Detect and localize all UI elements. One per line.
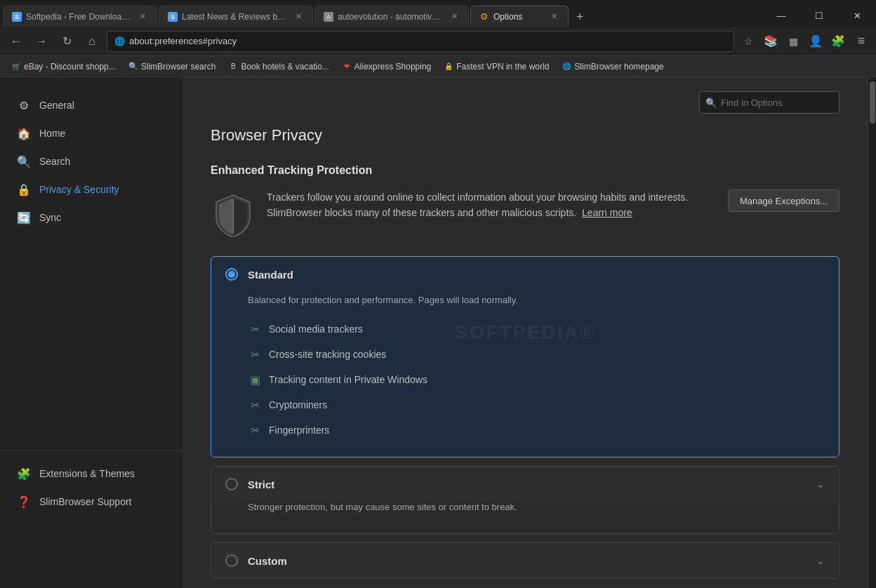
sidebar-item-privacy[interactable]: 🔒 Privacy & Security — [0, 175, 182, 203]
bookmark-favicon-ebay: 🛒 — [11, 62, 21, 72]
tracker-icon-social: ✂ — [248, 322, 262, 336]
scrollbar[interactable] — [868, 77, 876, 588]
content-area: ⚙ General 🏠 Home 🔍 Search 🔒 Privacy & Se… — [0, 77, 876, 588]
strict-desc: Stronger protection, but may cause some … — [248, 502, 825, 512]
bookmark-favicon-aliexpress: ❤ — [342, 62, 352, 72]
etp-description-text: Trackers follow you around online to col… — [267, 189, 703, 221]
tracker-cross-site: ✂ Cross-site tracking cookies — [248, 342, 825, 367]
radio-strict[interactable] — [225, 478, 238, 490]
protection-option-strict: Strict ⌄ Stronger protection, but may ca… — [211, 466, 839, 534]
sidebar-toggle-button[interactable]: ▦ — [783, 32, 803, 51]
profile-button[interactable]: 👤 — [806, 32, 825, 51]
bookmark-label-search: SlimBrowser search — [141, 62, 216, 72]
menu-button[interactable]: ≡ — [851, 32, 870, 51]
tab-softpedia[interactable]: S Softpedia - Free Downloads En... ✕ — [3, 6, 157, 27]
sidebar-item-search[interactable]: 🔍 Search — [0, 147, 182, 175]
tab-close-options[interactable]: ✕ — [548, 11, 559, 22]
tracker-fingerprinters: ✂ Fingerprinters — [248, 417, 825, 443]
tracker-icon-private: ▣ — [248, 373, 262, 387]
tab-close-softpedia[interactable]: ✕ — [137, 11, 148, 22]
protection-option-standard: Standard Balanced for protection and per… — [211, 256, 839, 457]
address-bar[interactable]: 🌐 about:preferences#privacy — [107, 31, 734, 52]
bookmark-ebay[interactable]: 🛒 eBay - Discount shopp... — [6, 58, 121, 75]
bookmark-favicon-search: 🔍 — [128, 62, 138, 72]
sidebar-item-general[interactable]: ⚙ General — [0, 91, 182, 119]
sidebar: ⚙ General 🏠 Home 🔍 Search 🔒 Privacy & Se… — [0, 77, 182, 588]
sidebar-item-home[interactable]: 🏠 Home — [0, 119, 182, 147]
tracker-label-private: Tracking content in Private Windows — [269, 374, 427, 385]
find-options-input[interactable] — [699, 91, 839, 114]
close-button[interactable]: ✕ — [841, 4, 873, 27]
shield-icon — [211, 192, 255, 239]
tab-title-auto: autoevolution - automotive ne... — [338, 12, 444, 22]
main-content: 🔍 Browser Privacy Enhanced Tracking Prot… — [182, 77, 868, 588]
bookmark-aliexpress[interactable]: ❤ Aliexpress Shopping — [336, 58, 437, 75]
etp-section-title: Enhanced Tracking Protection — [211, 164, 839, 177]
bookmark-slimbrowser-home[interactable]: 🌐 SlimBrowser homepage — [556, 58, 669, 75]
bookmark-favicon-slimbrowser-home: 🌐 — [562, 62, 571, 72]
library-button[interactable]: 📚 — [761, 32, 781, 51]
protection-header-custom[interactable]: Custom ⌄ — [211, 543, 839, 578]
manage-exceptions-button[interactable]: Manage Exceptions... — [728, 189, 839, 212]
tab-title-slimbrowser: Latest News & Reviews by Soft... — [182, 12, 288, 22]
collapse-arrow-strict: ⌄ — [816, 479, 825, 490]
extensions-button[interactable]: 🧩 — [828, 32, 848, 51]
tracker-label-crypto: Cryptominers — [269, 399, 327, 410]
extensions-icon: 🧩 — [17, 467, 31, 481]
tracker-icon-cross-site: ✂ — [248, 347, 262, 361]
bookmarks-bar: 🛒 eBay - Discount shopp... 🔍 SlimBrowser… — [0, 56, 876, 77]
nav-action-buttons: ☆ 📚 ▦ 👤 🧩 ≡ — [738, 32, 870, 51]
general-icon: ⚙ — [17, 98, 31, 112]
protection-header-standard[interactable]: Standard — [211, 257, 839, 292]
tab-autoevolution[interactable]: A autoevolution - automotive ne... ✕ — [314, 6, 469, 27]
bookmark-favicon-vpn: 🔒 — [444, 62, 453, 72]
bookmark-label-ebay: eBay - Discount shopp... — [24, 62, 116, 72]
forward-button[interactable]: → — [31, 31, 52, 52]
sidebar-label-home: Home — [39, 128, 65, 139]
bookmark-slimbrowser-search[interactable]: 🔍 SlimBrowser search — [123, 58, 222, 75]
tracker-label-social: Social media trackers — [269, 323, 363, 335]
sidebar-item-extensions[interactable]: 🧩 Extensions & Themes — [0, 460, 182, 488]
home-button[interactable]: ⌂ — [81, 31, 102, 52]
bookmark-hotels[interactable]: B Book hotels & vacatio... — [223, 58, 334, 75]
tracker-label-cross-site: Cross-site tracking cookies — [269, 349, 386, 360]
tracker-label-fingerprint: Fingerprinters — [269, 425, 329, 436]
navigation-bar: ← → ↻ ⌂ 🌐 about:preferences#privacy ☆ 📚 … — [0, 27, 876, 56]
tab-slimbrowser-news[interactable]: S Latest News & Reviews by Soft... ✕ — [159, 6, 313, 27]
reload-button[interactable]: ↻ — [56, 31, 77, 52]
tab-title-softpedia: Softpedia - Free Downloads En... — [26, 12, 133, 22]
tab-close-slimbrowser[interactable]: ✕ — [293, 11, 304, 22]
privacy-icon: 🔒 — [17, 182, 31, 196]
bookmark-vpn[interactable]: 🔒 Fastest VPN in the world — [438, 58, 555, 75]
scroll-thumb[interactable] — [870, 81, 875, 123]
sidebar-item-sync[interactable]: 🔄 Sync — [0, 203, 182, 232]
learn-more-link[interactable]: Learn more — [582, 207, 632, 218]
bookmark-label-aliexpress: Aliexpress Shopping — [354, 62, 431, 72]
address-text: about:preferences#privacy — [129, 36, 726, 46]
tab-close-auto[interactable]: ✕ — [449, 11, 460, 22]
maximize-button[interactable]: ☐ — [803, 4, 835, 27]
standard-desc: Balanced for protection and performance.… — [248, 295, 825, 305]
tab-title-options: Options — [493, 12, 544, 22]
sidebar-label-sync: Sync — [39, 212, 61, 223]
minimize-button[interactable]: — — [765, 4, 797, 27]
bookmark-label-hotels: Book hotels & vacatio... — [241, 62, 328, 72]
protection-header-strict[interactable]: Strict ⌄ — [211, 467, 839, 502]
radio-standard[interactable] — [225, 268, 238, 281]
radio-custom[interactable] — [225, 554, 238, 567]
etp-section: Enhanced Tracking Protection — [211, 164, 839, 239]
tab-options[interactable]: ⚙ Options ✕ — [470, 6, 569, 27]
back-button[interactable]: ← — [6, 31, 27, 52]
strict-body: Stronger protection, but may cause some … — [211, 502, 839, 533]
tracker-icon-crypto: ✂ — [248, 398, 262, 412]
home-icon: 🏠 — [17, 126, 31, 140]
options-page: ⚙ General 🏠 Home 🔍 Search 🔒 Privacy & Se… — [0, 77, 876, 588]
sidebar-label-privacy: Privacy & Security — [39, 184, 119, 195]
new-tab-button[interactable]: + — [570, 7, 590, 27]
sidebar-item-support[interactable]: ❓ SlimBrowser Support — [0, 488, 182, 516]
collapse-arrow-custom: ⌄ — [816, 555, 825, 566]
strict-label: Strict — [248, 479, 807, 490]
sidebar-label-extensions: Extensions & Themes — [39, 468, 135, 479]
tab-favicon-options: ⚙ — [479, 12, 489, 22]
bookmark-star-button[interactable]: ☆ — [738, 32, 758, 51]
